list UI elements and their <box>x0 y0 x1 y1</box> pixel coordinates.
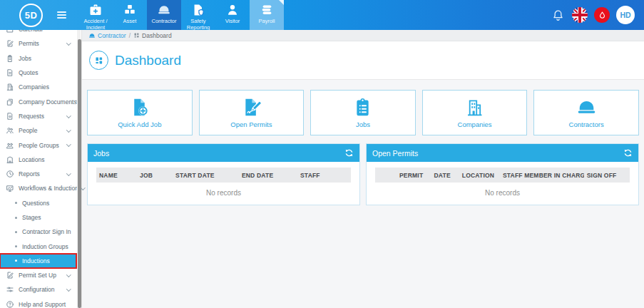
sidebar-item-label: Locations <box>19 156 44 163</box>
page-title-bar: Dashboard <box>82 41 644 80</box>
module-nav: Accident / Incident Asset Contractor Saf… <box>78 0 284 30</box>
people-group-icon <box>6 141 14 150</box>
copy-icon <box>6 98 14 106</box>
user-initials: HD <box>620 11 630 19</box>
alert-button[interactable] <box>594 7 610 23</box>
sidebar-item-label: Companies <box>19 83 49 91</box>
nav-label: Accident / Incident <box>78 18 113 31</box>
breadcrumb: Contractor / Dashboard <box>82 30 644 41</box>
document-icon <box>6 68 14 77</box>
sidebar-item-help-and-support[interactable]: Help and Support <box>0 297 76 308</box>
refresh-icon[interactable] <box>623 148 633 158</box>
card-jobs[interactable]: Jobs <box>310 90 416 135</box>
chevron-down-icon <box>66 171 71 175</box>
nav-label: Safety Reporting <box>181 18 215 31</box>
sidebar-subitem-induction-groups[interactable]: Induction Groups <box>0 239 76 253</box>
sidebar-item-locations[interactable]: Locations <box>0 153 76 167</box>
sidebar-item-companies[interactable]: Companies <box>0 80 76 94</box>
chevron-down-icon <box>66 287 71 291</box>
permit-setup-icon <box>6 271 14 279</box>
bullet-icon <box>15 202 17 204</box>
nav-accident-incident[interactable]: Accident / Incident <box>78 0 113 30</box>
nav-contractor[interactable]: Contractor <box>147 0 181 30</box>
sidebar-item-label: Permits <box>19 40 39 47</box>
hard-hat-icon <box>88 32 96 39</box>
column-header: STAFF <box>297 168 351 183</box>
card-contractors[interactable]: Contractors <box>533 90 639 135</box>
workflow-icon <box>6 184 14 192</box>
card-label: Quick Add Job <box>118 120 161 128</box>
sidebar-item-label: Requests <box>19 113 44 120</box>
sidebar-item-company-documents[interactable]: Company Documents <box>0 94 76 108</box>
app-logo[interactable]: 5D <box>19 4 43 27</box>
card-label: Open Permits <box>230 120 272 128</box>
jobs-panel: Jobs NAME JOB START DATE END DATE STAFF <box>87 143 360 205</box>
nav-label: Contractor <box>150 18 178 24</box>
sidebar-item-jobs[interactable]: Jobs <box>0 51 76 66</box>
bullet-icon <box>15 231 17 233</box>
nav-payroll[interactable]: Payroll <box>250 0 284 30</box>
sidebar-item-permit-set-up[interactable]: Permit Set Up <box>0 268 76 282</box>
chevron-down-icon <box>66 142 71 146</box>
column-header: SIGN OFF <box>584 168 630 183</box>
page-title: Dashboard <box>115 53 181 68</box>
sidebar-subitem-questions[interactable]: Questions <box>0 196 76 210</box>
jobs-table: NAME JOB START DATE END DATE STAFF <box>96 168 351 183</box>
panel-title: Jobs <box>93 149 109 158</box>
nav-visitor[interactable]: Visitor <box>215 0 250 30</box>
nav-asset[interactable]: Asset <box>113 0 147 30</box>
breadcrumb-label: Dashboard <box>142 32 172 39</box>
sidebar-item-people[interactable]: People <box>0 123 76 138</box>
clipboard-list-icon <box>352 97 373 118</box>
card-open-permits[interactable]: Open Permits <box>199 90 305 135</box>
notifications-button[interactable] <box>550 7 566 23</box>
column-header: END DATE <box>239 168 297 183</box>
sidebar-subitem-inductions-selected[interactable]: Inductions <box>0 254 76 268</box>
sidebar-scrollbar-thumb[interactable] <box>78 39 81 308</box>
empty-state-text: No records <box>375 183 630 198</box>
sidebar-item-label: Stages <box>22 214 41 221</box>
hamburger-menu-icon[interactable] <box>57 11 66 19</box>
sidebar-item-people-groups[interactable]: People Groups <box>0 138 76 152</box>
sliders-icon <box>6 285 14 294</box>
building-icon <box>464 97 485 118</box>
card-label: Contractors <box>569 120 604 128</box>
user-avatar[interactable]: HD <box>616 6 635 24</box>
open-permits-panel: Open Permits PERMIT DATE LOCATION STAFF … <box>366 143 639 205</box>
chevron-down-icon <box>66 41 71 45</box>
sidebar-item-quotes[interactable]: Quotes <box>0 66 76 80</box>
card-quick-add-job[interactable]: Quick Add Job <box>87 90 193 135</box>
grid-icon <box>133 32 140 38</box>
sidebar-item-label: Reports <box>19 170 40 178</box>
sidebar-item-reports[interactable]: Reports <box>0 167 76 181</box>
sidebar-item-label: People Groups <box>19 142 59 149</box>
shield-document-icon <box>191 3 205 17</box>
grid-icon <box>94 56 103 65</box>
clipboard-icon <box>6 54 14 63</box>
sidebar-item-permits[interactable]: Permits <box>0 36 76 51</box>
breadcrumb-contractor[interactable]: Contractor <box>88 32 126 39</box>
nav-safety-reporting[interactable]: Safety Reporting <box>181 0 215 30</box>
breadcrumb-label: Contractor <box>98 32 126 39</box>
bullet-icon <box>15 217 17 219</box>
sidebar-subitem-stages[interactable]: Stages <box>0 210 76 225</box>
dashboard-content: Quick Add Job Open Permits Jobs Companie… <box>82 80 644 205</box>
refresh-icon[interactable] <box>344 148 354 158</box>
sidebar-item-workflows-inductions[interactable]: Workflows & Inductions <box>0 181 76 195</box>
people-icon <box>6 126 14 135</box>
sidebar-item-requests[interactable]: Requests <box>0 109 76 123</box>
jobs-panel-body: NAME JOB START DATE END DATE STAFF No re… <box>88 162 359 205</box>
bell-icon <box>551 9 565 22</box>
file-pen-icon <box>241 97 262 118</box>
uk-flag-icon[interactable] <box>572 7 588 23</box>
drop-icon <box>598 11 607 20</box>
hard-hat-icon <box>576 97 597 118</box>
card-companies[interactable]: Companies <box>422 90 528 135</box>
panel-title: Open Permits <box>372 149 418 158</box>
sidebar-item-configuration[interactable]: Configuration <box>0 282 76 297</box>
sidebar-item-label: People <box>19 127 37 134</box>
sidebar-subitem-contractor-sign-in[interactable]: Contractor Sign In <box>0 225 76 239</box>
open-permits-panel-body: PERMIT DATE LOCATION STAFF MEMBER IN CHA… <box>367 162 638 205</box>
sidebar-item-label: Workflows & Inductions <box>19 185 81 192</box>
bullet-icon <box>15 245 17 247</box>
